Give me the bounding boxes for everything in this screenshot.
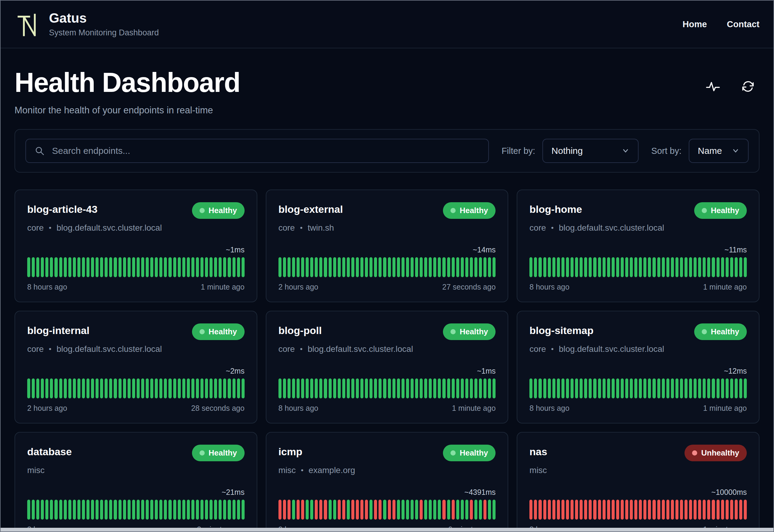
history-bar[interactable] — [621, 378, 624, 398]
history-bar[interactable] — [411, 257, 414, 277]
history-bar[interactable] — [219, 257, 222, 277]
history-bar[interactable] — [739, 378, 742, 398]
history-bar[interactable] — [461, 378, 464, 398]
history-bar[interactable] — [283, 500, 286, 520]
history-bar[interactable] — [150, 378, 153, 398]
history-bar[interactable] — [68, 257, 71, 277]
history-bar[interactable] — [333, 257, 336, 277]
history-bar[interactable] — [698, 257, 701, 277]
history-bar[interactable] — [86, 257, 89, 277]
history-bar[interactable] — [465, 378, 468, 398]
history-bar[interactable] — [333, 500, 336, 520]
history-bar[interactable] — [123, 257, 126, 277]
history-bar[interactable] — [338, 378, 341, 398]
history-bar[interactable] — [360, 500, 363, 520]
history-bar[interactable] — [548, 378, 551, 398]
history-bar[interactable] — [415, 378, 418, 398]
history-bar[interactable] — [447, 257, 450, 277]
history-bar[interactable] — [744, 257, 747, 277]
history-bar[interactable] — [621, 257, 624, 277]
history-bar[interactable] — [452, 500, 455, 520]
history-bar[interactable] — [173, 378, 176, 398]
history-bar[interactable] — [603, 378, 606, 398]
history-bar[interactable] — [438, 378, 441, 398]
history-bar[interactable] — [639, 500, 642, 520]
history-bar[interactable] — [662, 378, 665, 398]
history-bar[interactable] — [483, 257, 486, 277]
history-bar[interactable] — [27, 378, 30, 398]
history-bar[interactable] — [557, 257, 560, 277]
history-bar[interactable] — [442, 500, 445, 520]
history-bar[interactable] — [402, 500, 405, 520]
history-bar[interactable] — [429, 500, 432, 520]
history-bar[interactable] — [132, 378, 135, 398]
history-bar[interactable] — [566, 257, 569, 277]
history-bar[interactable] — [666, 257, 669, 277]
history-bar[interactable] — [128, 500, 131, 520]
history-bar[interactable] — [205, 378, 208, 398]
history-bar[interactable] — [479, 378, 482, 398]
history-bar[interactable] — [648, 257, 651, 277]
history-bar[interactable] — [324, 378, 327, 398]
history-bar[interactable] — [306, 378, 309, 398]
history-bar[interactable] — [379, 378, 382, 398]
history-bar[interactable] — [584, 378, 587, 398]
history-bar[interactable] — [114, 257, 117, 277]
history-bar[interactable] — [319, 378, 322, 398]
history-bar[interactable] — [538, 378, 541, 398]
history-bar[interactable] — [534, 378, 537, 398]
history-bar[interactable] — [616, 378, 619, 398]
history-bar[interactable] — [630, 378, 633, 398]
history-bar[interactable] — [717, 257, 720, 277]
history-bar[interactable] — [671, 500, 674, 520]
history-bar[interactable] — [191, 500, 194, 520]
history-bar[interactable] — [205, 257, 208, 277]
history-bar[interactable] — [329, 257, 332, 277]
history-bar[interactable] — [114, 500, 117, 520]
history-bar[interactable] — [369, 500, 372, 520]
history-bar[interactable] — [310, 378, 313, 398]
history-bar[interactable] — [168, 378, 171, 398]
history-bar[interactable] — [452, 378, 455, 398]
endpoint-card[interactable]: blog-sitemap Healthy core • blog.default… — [517, 311, 759, 423]
history-bar[interactable] — [589, 378, 592, 398]
history-bar[interactable] — [392, 500, 395, 520]
history-bar[interactable] — [292, 378, 295, 398]
history-bar[interactable] — [589, 257, 592, 277]
history-bar[interactable] — [191, 257, 194, 277]
history-bar[interactable] — [41, 500, 44, 520]
history-bar[interactable] — [411, 500, 414, 520]
history-bar[interactable] — [652, 500, 655, 520]
history-bar[interactable] — [433, 500, 436, 520]
history-bar[interactable] — [721, 500, 724, 520]
history-bar[interactable] — [730, 257, 733, 277]
history-bar[interactable] — [474, 257, 477, 277]
history-bar[interactable] — [155, 257, 158, 277]
history-bar[interactable] — [625, 378, 628, 398]
history-bar[interactable] — [77, 378, 80, 398]
history-bar[interactable] — [137, 257, 140, 277]
history-bar[interactable] — [77, 257, 80, 277]
history-bar[interactable] — [735, 257, 738, 277]
search-input[interactable] — [51, 145, 480, 156]
history-bar[interactable] — [406, 378, 409, 398]
history-bar[interactable] — [200, 500, 203, 520]
history-bar[interactable] — [456, 378, 459, 398]
history-bar[interactable] — [630, 500, 633, 520]
history-bar[interactable] — [233, 500, 236, 520]
history-bar[interactable] — [351, 378, 354, 398]
history-bar[interactable] — [306, 257, 309, 277]
history-bar[interactable] — [488, 500, 491, 520]
history-bar[interactable] — [488, 378, 491, 398]
history-bar[interactable] — [100, 500, 103, 520]
history-bar[interactable] — [694, 500, 697, 520]
history-bar[interactable] — [379, 257, 382, 277]
history-bar[interactable] — [479, 500, 482, 520]
history-bar[interactable] — [196, 500, 199, 520]
history-bar[interactable] — [739, 257, 742, 277]
history-bar[interactable] — [630, 257, 633, 277]
history-bar[interactable] — [493, 378, 496, 398]
history-bar[interactable] — [141, 257, 144, 277]
history-bar[interactable] — [173, 257, 176, 277]
history-bar[interactable] — [228, 500, 231, 520]
